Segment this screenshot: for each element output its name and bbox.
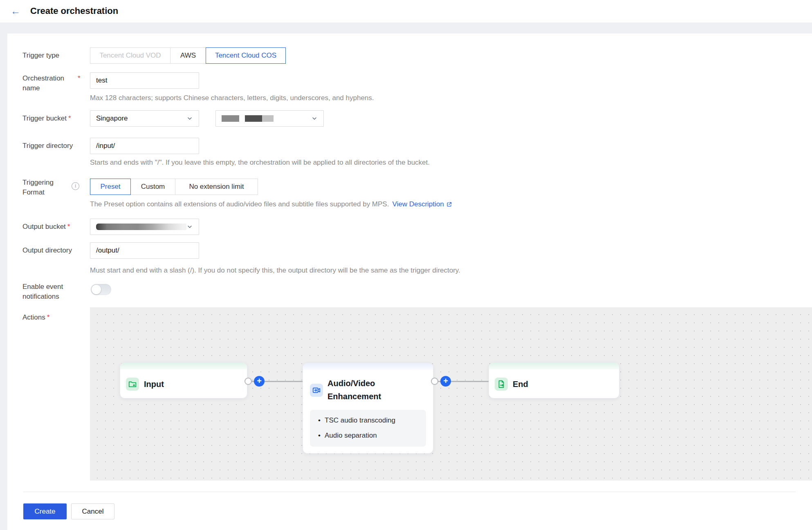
triggering-format-help-text: The Preset option contains all extension… <box>90 200 389 208</box>
tab-aws[interactable]: AWS <box>170 47 206 64</box>
trigger-bucket-name-select[interactable] <box>215 110 324 127</box>
output-port-enhancement-node[interactable] <box>431 378 438 385</box>
output-port-input-node[interactable] <box>244 378 252 385</box>
node-title: Input <box>144 378 164 391</box>
required-asterisk: * <box>78 74 81 83</box>
orchestration-name-label-line1: Orchestration <box>22 74 64 82</box>
orchestration-name-value: test <box>96 76 107 85</box>
required-asterisk: * <box>68 114 71 122</box>
footer-divider <box>23 492 796 492</box>
actions-label-text: Actions <box>22 313 45 321</box>
output-directory-input[interactable]: /output/ <box>90 242 199 259</box>
node-action-list: TSC audio transcoding Audio separation <box>310 410 426 447</box>
chevron-down-icon <box>186 115 193 122</box>
create-orchestration-form: Trigger type Tencent Cloud VOD AWS Tence… <box>7 34 812 530</box>
trigger-directory-input[interactable]: /input/ <box>90 138 199 154</box>
chevron-down-icon <box>186 224 193 230</box>
node-header-strip <box>489 363 619 369</box>
trigger-bucket-region-value: Singapore <box>96 114 128 123</box>
output-bucket-label: Output bucket* <box>22 222 70 232</box>
view-description-label: View Description <box>392 200 444 208</box>
tab-tencent-cloud-vod[interactable]: Tencent Cloud VOD <box>90 47 170 64</box>
trigger-directory-label: Trigger directory <box>22 141 73 151</box>
node-action-item: TSC audio transcoding <box>317 416 419 425</box>
chevron-down-icon <box>311 115 318 122</box>
event-notifications-toggle[interactable] <box>91 284 111 295</box>
trigger-bucket-label: Trigger bucket* <box>22 114 71 123</box>
back-arrow-icon[interactable]: ← <box>9 4 22 18</box>
orchestration-name-label: Orchestration* name <box>22 74 64 93</box>
tab-preset[interactable]: Preset <box>90 179 131 195</box>
trigger-type-tabs: Tencent Cloud VOD AWS Tencent Cloud COS <box>90 47 286 64</box>
toggle-knob <box>92 285 101 294</box>
node-header-strip <box>303 363 433 370</box>
triggering-format-label: Triggering Format <box>22 178 54 197</box>
output-bucket-select[interactable] <box>90 219 199 235</box>
orchestration-name-input[interactable]: test <box>90 72 199 89</box>
add-node-button[interactable] <box>440 376 451 387</box>
view-description-link[interactable]: View Description <box>392 200 452 208</box>
required-asterisk: * <box>47 313 50 321</box>
flow-node-audio-video-enhancement[interactable]: Audio/Video Enhancement TSC audio transc… <box>303 363 433 454</box>
file-export-icon <box>495 378 508 391</box>
node-action-item: Audio separation <box>317 431 419 440</box>
output-bucket-label-text: Output bucket <box>22 223 66 230</box>
flow-node-end[interactable]: End <box>489 362 619 398</box>
tab-custom[interactable]: Custom <box>130 179 175 195</box>
create-button[interactable]: Create <box>23 503 67 519</box>
orchestration-name-help: Max 128 characters; supports Chinese cha… <box>90 94 374 102</box>
orchestration-flow-canvas[interactable]: Input Audio/Video Enhancement TSC audio … <box>90 307 812 481</box>
cancel-button[interactable]: Cancel <box>71 503 114 519</box>
node-header-strip <box>120 363 247 369</box>
add-node-button[interactable] <box>254 376 265 387</box>
page-title: Create orchestration <box>30 6 118 16</box>
triggering-format-label-line2: Format <box>22 188 45 196</box>
notifications-label-line2: notifications <box>22 293 59 300</box>
folder-plus-icon <box>126 378 139 391</box>
redacted-bucket-name <box>222 115 274 122</box>
output-directory-label: Output directory <box>22 246 72 255</box>
video-camera-arrow-icon <box>310 384 323 397</box>
external-link-icon <box>446 201 452 208</box>
output-directory-value: /output/ <box>96 246 119 255</box>
notifications-label-line1: Enable event <box>22 283 63 291</box>
trigger-directory-help: Starts and ends with "/". If you leave t… <box>90 159 430 167</box>
tab-tencent-cloud-cos[interactable]: Tencent Cloud COS <box>206 47 286 64</box>
tab-no-extension-limit[interactable]: No extension limit <box>175 179 258 195</box>
redacted-bucket-name <box>96 224 186 230</box>
triggering-format-label-line1: Triggering <box>22 179 54 186</box>
flow-node-input[interactable]: Input <box>120 362 247 398</box>
trigger-type-label: Trigger type <box>22 51 59 60</box>
trigger-bucket-region-select[interactable]: Singapore <box>90 110 199 127</box>
required-asterisk: * <box>67 223 70 230</box>
actions-label: Actions* <box>22 313 49 322</box>
node-title: Audio/Video Enhancement <box>327 377 401 403</box>
triggering-format-help: The Preset option contains all extension… <box>90 200 452 208</box>
orchestration-name-label-line2: name <box>22 84 40 92</box>
trigger-directory-value: /input/ <box>96 142 115 150</box>
enable-event-notifications-label: Enable event notifications <box>22 282 63 302</box>
node-title: End <box>513 378 528 391</box>
info-icon[interactable]: i <box>72 182 79 190</box>
triggering-format-tabs: Preset Custom No extension limit <box>90 179 258 195</box>
page-header: ← Create orchestration <box>0 0 812 22</box>
trigger-bucket-label-text: Trigger bucket <box>22 114 67 122</box>
output-directory-help: Must start and end with a slash (/). If … <box>90 266 460 275</box>
